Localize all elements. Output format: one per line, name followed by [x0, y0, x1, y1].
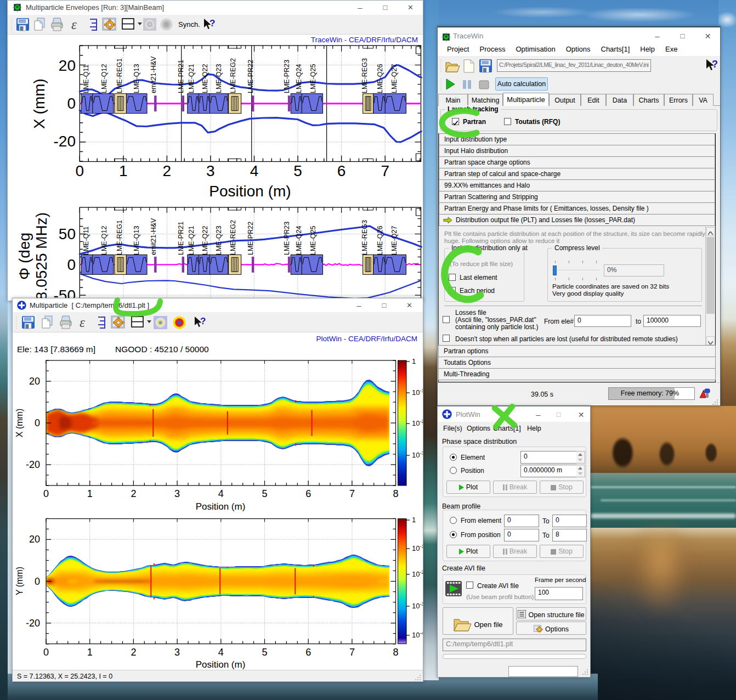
svg-text:2: 2	[131, 647, 136, 658]
svg-text:LME-REG3: LME-REG3	[361, 220, 369, 255]
svg-text:8.0525 MHz): 8.0525 MHz)	[33, 212, 50, 300]
svg-text:0: 0	[43, 488, 49, 499]
svg-text:LME-REG1: LME-REG1	[116, 58, 123, 93]
svg-text:4: 4	[218, 488, 224, 499]
svg-text:LME-PR22: LME-PR22	[247, 60, 254, 93]
svg-text:2: 2	[131, 488, 136, 499]
svg-text:10-3: 10-3	[412, 601, 423, 610]
svg-text:X (mm): X (mm)	[31, 78, 48, 129]
svg-text:LME-Q12: LME-Q12	[100, 64, 108, 93]
svg-text:ε: ε	[80, 315, 85, 330]
svg-text:Φ (deg: Φ (deg	[16, 233, 33, 280]
svg-text:10-2: 10-2	[412, 419, 423, 427]
svg-text:LME-Q11: LME-Q11	[82, 226, 90, 255]
svg-text:LME-REG2: LME-REG2	[229, 220, 237, 255]
svg-text:8: 8	[393, 488, 399, 499]
svg-text:TraceWin - CEA/DRF/Irfu/DACM: TraceWin - CEA/DRF/Irfu/DACM	[311, 36, 418, 44]
svg-text:5: 5	[262, 647, 267, 658]
svg-text:-20: -20	[26, 618, 40, 629]
svg-text:6: 6	[305, 647, 311, 658]
svg-text:7: 7	[381, 162, 389, 179]
svg-text:X (mm): X (mm)	[15, 409, 24, 437]
svg-text:1: 1	[119, 162, 128, 179]
svg-text:0: 0	[35, 417, 40, 428]
svg-text:Position (m): Position (m)	[196, 501, 246, 512]
svg-text:LME-PR23: LME-PR23	[283, 222, 291, 255]
svg-text:-20: -20	[26, 459, 40, 470]
svg-text:1: 1	[412, 357, 416, 365]
svg-text:ε: ε	[71, 18, 77, 32]
svg-text:LME-PR21: LME-PR21	[177, 60, 185, 93]
svg-text:3: 3	[206, 162, 215, 179]
svg-text:1: 1	[412, 516, 416, 524]
svg-text:Synch.: Synch.	[178, 20, 200, 29]
svg-text:?: ?	[712, 59, 717, 70]
svg-text:LME-REG1: LME-REG1	[116, 220, 123, 255]
svg-text:10-3: 10-3	[412, 450, 423, 459]
svg-text:10-1: 10-1	[412, 544, 423, 552]
svg-text:emit21-H&V: emit21-H&V	[150, 218, 157, 255]
svg-text:6: 6	[337, 162, 346, 179]
svg-text:LME-Q21: LME-Q21	[188, 64, 195, 93]
svg-text:2: 2	[163, 162, 172, 179]
svg-text:8: 8	[393, 647, 399, 658]
svg-text:?: ?	[200, 316, 206, 326]
svg-text:20: 20	[59, 57, 76, 74]
svg-text:LME-Q26: LME-Q26	[376, 64, 384, 93]
svg-text:1: 1	[87, 647, 93, 658]
svg-text:10-2: 10-2	[412, 569, 423, 578]
svg-text:LME-Q25: LME-Q25	[309, 225, 317, 255]
svg-text:LME-Q21: LME-Q21	[188, 225, 195, 255]
svg-text:-20: -20	[54, 133, 76, 150]
svg-text:LME-Q13: LME-Q13	[133, 225, 140, 255]
svg-text:5: 5	[262, 488, 267, 499]
svg-text:emit21-H&V: emit21-H&V	[150, 56, 157, 93]
svg-text:Position (m): Position (m)	[196, 659, 246, 670]
svg-text:LME-Q27: LME-Q27	[390, 64, 398, 93]
svg-text:LME-REG3: LME-REG3	[361, 58, 369, 93]
svg-text:LME-Q25: LME-Q25	[309, 64, 317, 93]
svg-text:LME-Q23: LME-Q23	[215, 225, 223, 255]
svg-text:LME-Q26: LME-Q26	[376, 225, 384, 255]
svg-text:LME-Q22: LME-Q22	[201, 225, 209, 255]
svg-text:LME-Q24: LME-Q24	[295, 64, 303, 93]
svg-text:0: 0	[76, 162, 84, 179]
svg-text:LME-Q12: LME-Q12	[100, 225, 108, 255]
svg-text:20: 20	[29, 376, 40, 387]
svg-text:4: 4	[250, 162, 259, 179]
svg-text:LME-Q22: LME-Q22	[201, 64, 209, 93]
svg-text:?: ?	[210, 18, 215, 29]
svg-text:1: 1	[87, 488, 93, 499]
svg-text:LME-PR22: LME-PR22	[247, 222, 254, 255]
svg-text:20: 20	[29, 534, 40, 545]
svg-text:10-1: 10-1	[412, 388, 423, 397]
svg-text:0: 0	[43, 647, 49, 658]
svg-text:LME-PR23: LME-PR23	[283, 60, 291, 93]
svg-text:5: 5	[293, 162, 302, 179]
svg-text:LME-Q27: LME-Q27	[390, 225, 398, 255]
svg-text:3: 3	[174, 488, 180, 499]
svg-text:0: 0	[67, 256, 76, 273]
svg-text:LME-Q24: LME-Q24	[295, 225, 303, 255]
svg-text:0: 0	[67, 95, 76, 112]
svg-text:0: 0	[35, 576, 40, 587]
svg-text:Y (mm): Y (mm)	[15, 567, 24, 595]
svg-text:6: 6	[305, 488, 311, 499]
svg-text:4: 4	[218, 647, 224, 658]
svg-text:50: 50	[59, 225, 76, 242]
svg-text:LME-PR21: LME-PR21	[177, 222, 185, 255]
svg-text:10-4: 10-4	[412, 630, 423, 639]
svg-text:7: 7	[349, 488, 355, 499]
svg-text:7: 7	[349, 647, 355, 658]
svg-text:LME-REG2: LME-REG2	[229, 58, 237, 93]
svg-text:3: 3	[174, 647, 180, 658]
svg-text:LME-Q11: LME-Q11	[82, 64, 90, 93]
svg-text:LME-Q23: LME-Q23	[215, 64, 223, 93]
svg-text:LME-Q13: LME-Q13	[133, 64, 140, 93]
svg-text:Position (m): Position (m)	[209, 183, 291, 200]
